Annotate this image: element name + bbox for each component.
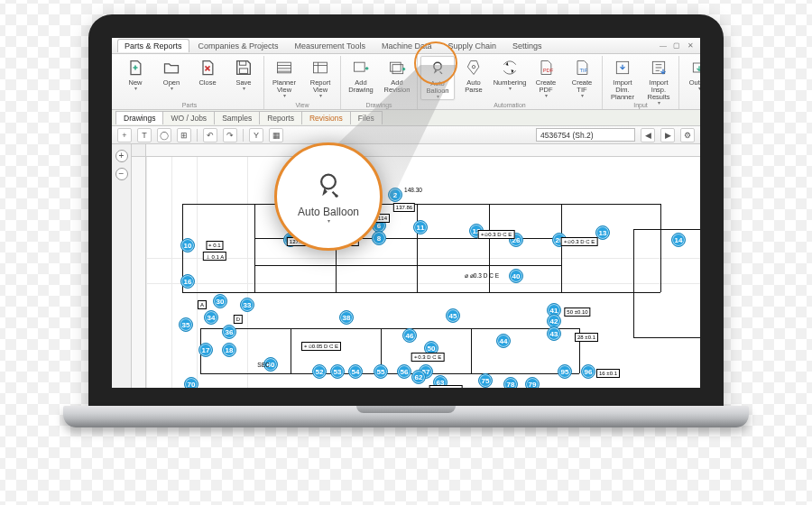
ribbon-button-label: Import Insp.Results [642,79,675,101]
balloon-45[interactable]: 45 [446,308,460,323]
gdt-frame[interactable]: 137.86 [393,203,415,212]
window-minimize-icon[interactable]: — [659,41,668,50]
balloon-70[interactable]: 70 [184,377,198,388]
balloon-95[interactable]: 95 [558,364,572,379]
gdt-frame[interactable]: D [234,315,243,324]
create-tif-button[interactable]: TIFCreateTIF [565,56,599,98]
text-tool-icon[interactable]: T [137,128,152,142]
ribbon-toolbar: NewOpenCloseSavePartsPlannerViewReportVi… [112,54,700,110]
grid-icon[interactable]: ▦ [269,128,283,142]
doc-tab-samples[interactable]: Samples [214,111,260,124]
close-button[interactable]: Close [190,56,225,87]
menu-tab-measurement-tools[interactable]: Measurement Tools [288,39,373,52]
doc-tab-revisions[interactable]: Revisions [301,111,351,124]
sheet-next-icon[interactable]: ▶ [660,128,675,142]
auto-balloon-button[interactable]: Auto Balloon [420,56,455,100]
add-drawing-button[interactable]: Add Drawing [344,56,378,94]
sheet-selector-field[interactable] [536,128,635,142]
gdt-frame[interactable]: 28 ±0.1 [575,333,598,342]
balloon-tool-icon[interactable]: ◯ [157,128,171,142]
balloon-62[interactable]: 62 [411,370,426,384]
drawing-line [182,292,660,293]
sheet-prev-icon[interactable]: ◀ [641,128,655,142]
planner-view-button[interactable]: PlannerView [267,56,301,98]
gdt-frame[interactable]: 16 ±0.1 [596,369,620,378]
gdt-frame[interactable]: ⌖ ⌀0.3 D C E [478,230,515,239]
laptop-screen: Parts & Reports Companies & Projects Mea… [88,14,724,411]
zoom-minus-button[interactable]: − [115,168,128,180]
ribbon-button-label: Numbering [494,79,527,87]
gdt-frame[interactable]: ⌖ 0.1 [206,241,223,250]
filter-y-icon[interactable]: Y [249,128,263,142]
drawing-line [633,337,700,338]
balloon-56[interactable]: 56 [397,364,411,379]
balloon-40[interactable]: 40 [509,269,523,283]
balloon-55[interactable]: 55 [374,364,388,379]
gdt-frame[interactable]: A [198,300,207,309]
new-button[interactable]: New [118,56,152,91]
balloon-8[interactable]: 8 [372,231,386,245]
menu-tab-settings[interactable]: Settings [505,39,549,52]
gdt-frame[interactable]: ⌖ ⌀0.05 D C E [301,342,341,351]
zoom-in-icon[interactable]: + [117,128,132,142]
auto-parse-button[interactable]: Auto Parse [457,56,491,94]
add-drawing-icon [351,58,371,78]
redo-icon[interactable]: ↷ [223,128,237,142]
add-revision-button[interactable]: Add Revision [380,56,414,94]
svg-rect-5 [391,62,401,71]
balloon-54[interactable]: 54 [348,364,363,379]
balloon-16[interactable]: 16 [180,274,195,289]
sheet-settings-icon[interactable]: ⚙ [680,128,695,142]
doc-tab-reports[interactable]: Reports [259,111,302,124]
balloon-79[interactable]: 79 [525,377,540,388]
balloon-2[interactable]: 2 [388,188,402,202]
balloon-33[interactable]: 33 [240,298,254,312]
open-button[interactable]: Open [154,56,189,91]
balloon-14[interactable]: 14 [671,233,686,247]
balloon-96[interactable]: 96 [581,364,595,379]
balloon-13[interactable]: 13 [595,225,610,240]
balloon-18[interactable]: 18 [222,343,236,357]
import-insp-results-button[interactable]: Import Insp.Results [641,56,676,106]
gdt-frame[interactable]: 50 ±0.10 [564,308,590,317]
numbering-button[interactable]: Numbering [493,56,527,91]
window-close-icon[interactable]: ✕ [686,41,695,50]
undo-icon[interactable]: ↶ [203,128,217,142]
doc-tab-files[interactable]: Files [350,111,383,124]
gdt-frame[interactable]: ⌖ 0.3 D C E [411,353,445,362]
balloon-11[interactable]: 11 [413,220,428,234]
save-button[interactable]: Save [226,56,261,91]
gdt-frame[interactable]: ⌖ 0.1 D C E [429,385,463,388]
balloon-10[interactable]: 10 [180,238,195,252]
create-pdf-button[interactable]: PDFCreatePDF [529,56,563,98]
svg-point-15 [321,175,336,189]
doc-tab-drawings[interactable]: Drawings [115,111,163,124]
drawing-canvas[interactable]: 1234567891011121314151617182026303334353… [132,144,700,388]
menu-tab-machine-data[interactable]: Machine Data [374,39,439,52]
balloon-34[interactable]: 34 [204,310,218,325]
doc-tab-wo-jobs[interactable]: WO / Jobs [162,111,215,124]
balloon-38[interactable]: 38 [339,310,354,325]
balloon-46[interactable]: 46 [402,328,417,343]
output-button[interactable]: Output [682,56,700,91]
gdt-frame[interactable]: ⊥ 0.1 A [203,252,226,261]
gdt-tool-icon[interactable]: ⊞ [177,128,191,142]
gdt-frame[interactable]: ⌖ ⌀0.3 D C E [561,237,598,246]
balloon-44[interactable]: 44 [496,334,511,348]
menu-tab-parts-reports[interactable]: Parts & Reports [117,39,189,52]
menu-tab-supply-chain[interactable]: Supply Chain [440,39,503,52]
balloon-30[interactable]: 30 [213,294,227,308]
balloon-43[interactable]: 43 [547,326,561,341]
balloon-35[interactable]: 35 [179,317,193,332]
import-dim-planner-button[interactable]: Import Dim.Planner [605,56,640,101]
balloon-53[interactable]: 53 [330,364,345,379]
balloon-52[interactable]: 52 [312,364,327,379]
report-view-button[interactable]: ReportView [303,56,337,98]
balloon-36[interactable]: 36 [222,325,236,339]
balloon-78[interactable]: 78 [503,377,518,388]
balloon-75[interactable]: 75 [478,373,493,388]
zoom-plus-button[interactable]: + [115,150,128,162]
balloon-17[interactable]: 17 [198,343,213,357]
menu-tab-companies-projects[interactable]: Companies & Projects [191,39,286,52]
window-maximize-icon[interactable]: ▢ [672,41,681,50]
